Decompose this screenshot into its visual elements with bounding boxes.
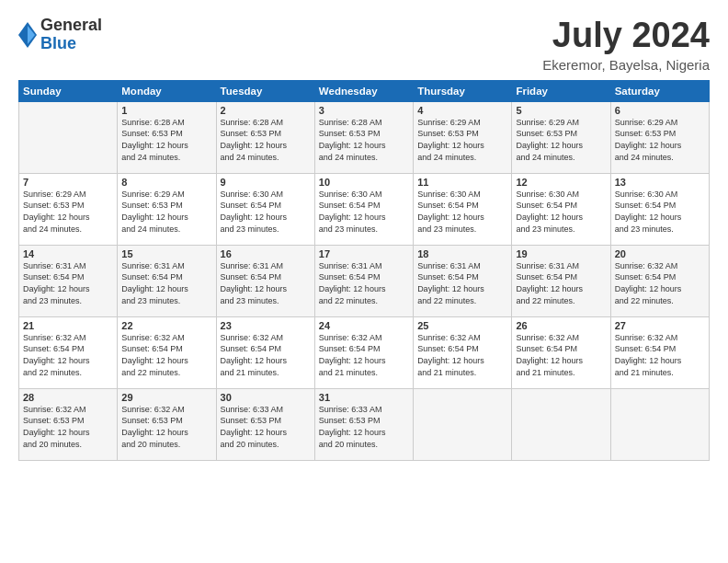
cell-info: Sunrise: 6:32 AM Sunset: 6:53 PM Dayligh… bbox=[121, 404, 211, 450]
cell-info: Sunrise: 6:32 AM Sunset: 6:54 PM Dayligh… bbox=[516, 332, 606, 378]
header: General Blue July 2024 Ekeremor, Bayelsa… bbox=[18, 17, 710, 73]
header-cell: Sunday bbox=[19, 80, 118, 101]
calendar-cell: 7Sunrise: 6:29 AM Sunset: 6:53 PM Daylig… bbox=[19, 173, 118, 245]
day-number: 22 bbox=[121, 320, 211, 331]
cell-info: Sunrise: 6:30 AM Sunset: 6:54 PM Dayligh… bbox=[615, 189, 705, 235]
logo: General Blue bbox=[18, 17, 102, 53]
day-number: 27 bbox=[615, 320, 705, 331]
cell-info: Sunrise: 6:28 AM Sunset: 6:53 PM Dayligh… bbox=[319, 117, 409, 163]
cell-info: Sunrise: 6:33 AM Sunset: 6:53 PM Dayligh… bbox=[221, 404, 311, 450]
header-cell: Monday bbox=[118, 80, 216, 101]
calendar-row: 14Sunrise: 6:31 AM Sunset: 6:54 PM Dayli… bbox=[19, 245, 710, 316]
calendar-cell bbox=[414, 388, 512, 460]
calendar-cell: 22Sunrise: 6:32 AM Sunset: 6:54 PM Dayli… bbox=[118, 316, 216, 388]
day-number: 30 bbox=[221, 392, 311, 403]
day-number: 31 bbox=[319, 392, 409, 403]
title-block: July 2024 Ekeremor, Bayelsa, Nigeria bbox=[542, 17, 710, 73]
header-row: SundayMondayTuesdayWednesdayThursdayFrid… bbox=[19, 80, 710, 101]
calendar-cell: 17Sunrise: 6:31 AM Sunset: 6:54 PM Dayli… bbox=[314, 245, 413, 316]
calendar-cell: 21Sunrise: 6:32 AM Sunset: 6:54 PM Dayli… bbox=[19, 316, 118, 388]
day-number: 20 bbox=[615, 248, 705, 259]
calendar-cell: 5Sunrise: 6:29 AM Sunset: 6:53 PM Daylig… bbox=[512, 101, 610, 173]
day-number: 18 bbox=[417, 248, 507, 259]
header-cell: Tuesday bbox=[216, 80, 314, 101]
cell-info: Sunrise: 6:31 AM Sunset: 6:54 PM Dayligh… bbox=[319, 260, 409, 306]
day-number: 29 bbox=[121, 392, 211, 403]
calendar-row: 28Sunrise: 6:32 AM Sunset: 6:53 PM Dayli… bbox=[19, 388, 710, 460]
day-number: 21 bbox=[23, 320, 113, 331]
calendar-cell: 27Sunrise: 6:32 AM Sunset: 6:54 PM Dayli… bbox=[610, 316, 709, 388]
day-number: 19 bbox=[516, 248, 606, 259]
day-number: 6 bbox=[615, 105, 705, 116]
logo-text: General Blue bbox=[40, 17, 102, 53]
calendar-cell: 4Sunrise: 6:29 AM Sunset: 6:53 PM Daylig… bbox=[414, 101, 512, 173]
calendar-row: 1Sunrise: 6:28 AM Sunset: 6:53 PM Daylig… bbox=[19, 101, 710, 173]
cell-info: Sunrise: 6:31 AM Sunset: 6:54 PM Dayligh… bbox=[23, 260, 113, 306]
calendar-cell: 31Sunrise: 6:33 AM Sunset: 6:53 PM Dayli… bbox=[314, 388, 413, 460]
cell-info: Sunrise: 6:32 AM Sunset: 6:54 PM Dayligh… bbox=[23, 332, 113, 378]
cell-info: Sunrise: 6:30 AM Sunset: 6:54 PM Dayligh… bbox=[221, 189, 311, 235]
calendar-cell: 18Sunrise: 6:31 AM Sunset: 6:54 PM Dayli… bbox=[414, 245, 512, 316]
calendar-cell: 30Sunrise: 6:33 AM Sunset: 6:53 PM Dayli… bbox=[216, 388, 314, 460]
calendar-cell: 29Sunrise: 6:32 AM Sunset: 6:53 PM Dayli… bbox=[118, 388, 216, 460]
calendar-cell: 24Sunrise: 6:32 AM Sunset: 6:54 PM Dayli… bbox=[314, 316, 413, 388]
day-number: 2 bbox=[221, 105, 311, 116]
calendar-cell: 12Sunrise: 6:30 AM Sunset: 6:54 PM Dayli… bbox=[512, 173, 610, 245]
cell-info: Sunrise: 6:32 AM Sunset: 6:53 PM Dayligh… bbox=[23, 404, 113, 450]
calendar-cell: 11Sunrise: 6:30 AM Sunset: 6:54 PM Dayli… bbox=[414, 173, 512, 245]
cell-info: Sunrise: 6:28 AM Sunset: 6:53 PM Dayligh… bbox=[221, 117, 311, 163]
calendar-cell: 14Sunrise: 6:31 AM Sunset: 6:54 PM Dayli… bbox=[19, 245, 118, 316]
day-number: 16 bbox=[221, 248, 311, 259]
cell-info: Sunrise: 6:32 AM Sunset: 6:54 PM Dayligh… bbox=[615, 260, 705, 306]
day-number: 15 bbox=[121, 248, 211, 259]
location: Ekeremor, Bayelsa, Nigeria bbox=[542, 57, 710, 73]
cell-info: Sunrise: 6:30 AM Sunset: 6:54 PM Dayligh… bbox=[516, 189, 606, 235]
calendar-cell: 13Sunrise: 6:30 AM Sunset: 6:54 PM Dayli… bbox=[610, 173, 709, 245]
day-number: 7 bbox=[23, 177, 113, 188]
cell-info: Sunrise: 6:32 AM Sunset: 6:54 PM Dayligh… bbox=[121, 332, 211, 378]
cell-info: Sunrise: 6:28 AM Sunset: 6:53 PM Dayligh… bbox=[121, 117, 211, 163]
calendar-cell: 8Sunrise: 6:29 AM Sunset: 6:53 PM Daylig… bbox=[118, 173, 216, 245]
day-number: 5 bbox=[516, 105, 606, 116]
header-cell: Wednesday bbox=[314, 80, 413, 101]
day-number: 24 bbox=[319, 320, 409, 331]
day-number: 28 bbox=[23, 392, 113, 403]
cell-info: Sunrise: 6:31 AM Sunset: 6:54 PM Dayligh… bbox=[516, 260, 606, 306]
cell-info: Sunrise: 6:29 AM Sunset: 6:53 PM Dayligh… bbox=[615, 117, 705, 163]
page: General Blue July 2024 Ekeremor, Bayelsa… bbox=[0, 0, 728, 563]
calendar-row: 7Sunrise: 6:29 AM Sunset: 6:53 PM Daylig… bbox=[19, 173, 710, 245]
cell-info: Sunrise: 6:32 AM Sunset: 6:54 PM Dayligh… bbox=[615, 332, 705, 378]
header-cell: Thursday bbox=[414, 80, 512, 101]
day-number: 13 bbox=[615, 177, 705, 188]
calendar-cell bbox=[610, 388, 709, 460]
calendar-cell bbox=[19, 101, 118, 173]
logo-general: General bbox=[40, 17, 102, 35]
cell-info: Sunrise: 6:32 AM Sunset: 6:54 PM Dayligh… bbox=[221, 332, 311, 378]
calendar-cell: 9Sunrise: 6:30 AM Sunset: 6:54 PM Daylig… bbox=[216, 173, 314, 245]
day-number: 1 bbox=[121, 105, 211, 116]
day-number: 4 bbox=[417, 105, 507, 116]
calendar-cell: 10Sunrise: 6:30 AM Sunset: 6:54 PM Dayli… bbox=[314, 173, 413, 245]
cell-info: Sunrise: 6:29 AM Sunset: 6:53 PM Dayligh… bbox=[417, 117, 507, 163]
cell-info: Sunrise: 6:29 AM Sunset: 6:53 PM Dayligh… bbox=[23, 189, 113, 235]
day-number: 12 bbox=[516, 177, 606, 188]
day-number: 11 bbox=[417, 177, 507, 188]
calendar-cell: 28Sunrise: 6:32 AM Sunset: 6:53 PM Dayli… bbox=[19, 388, 118, 460]
cell-info: Sunrise: 6:30 AM Sunset: 6:54 PM Dayligh… bbox=[319, 189, 409, 235]
calendar-cell: 16Sunrise: 6:31 AM Sunset: 6:54 PM Dayli… bbox=[216, 245, 314, 316]
calendar-cell: 26Sunrise: 6:32 AM Sunset: 6:54 PM Dayli… bbox=[512, 316, 610, 388]
day-number: 25 bbox=[417, 320, 507, 331]
calendar-cell: 1Sunrise: 6:28 AM Sunset: 6:53 PM Daylig… bbox=[118, 101, 216, 173]
calendar-cell bbox=[512, 388, 610, 460]
day-number: 17 bbox=[319, 248, 409, 259]
cell-info: Sunrise: 6:30 AM Sunset: 6:54 PM Dayligh… bbox=[417, 189, 507, 235]
header-cell: Saturday bbox=[610, 80, 709, 101]
day-number: 8 bbox=[121, 177, 211, 188]
calendar-row: 21Sunrise: 6:32 AM Sunset: 6:54 PM Dayli… bbox=[19, 316, 710, 388]
cell-info: Sunrise: 6:31 AM Sunset: 6:54 PM Dayligh… bbox=[417, 260, 507, 306]
calendar-cell: 6Sunrise: 6:29 AM Sunset: 6:53 PM Daylig… bbox=[610, 101, 709, 173]
cell-info: Sunrise: 6:31 AM Sunset: 6:54 PM Dayligh… bbox=[221, 260, 311, 306]
month-title: July 2024 bbox=[542, 17, 710, 55]
calendar-cell: 23Sunrise: 6:32 AM Sunset: 6:54 PM Dayli… bbox=[216, 316, 314, 388]
cell-info: Sunrise: 6:29 AM Sunset: 6:53 PM Dayligh… bbox=[516, 117, 606, 163]
